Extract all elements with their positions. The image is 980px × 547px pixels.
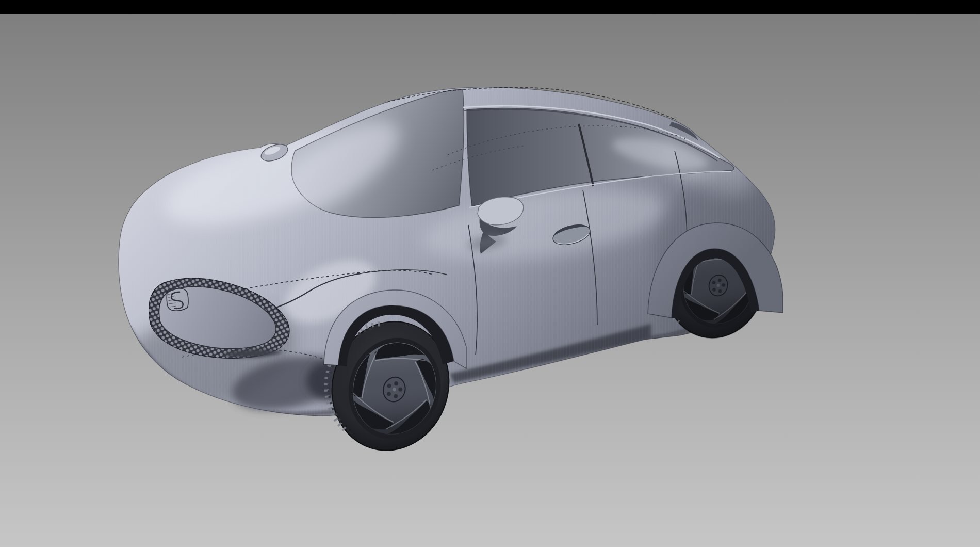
seat-emblem[interactable] bbox=[165, 287, 190, 312]
3d-viewport[interactable] bbox=[0, 0, 980, 547]
letterbox-top-bar bbox=[0, 0, 980, 14]
cad-viewport-stage bbox=[0, 0, 980, 547]
